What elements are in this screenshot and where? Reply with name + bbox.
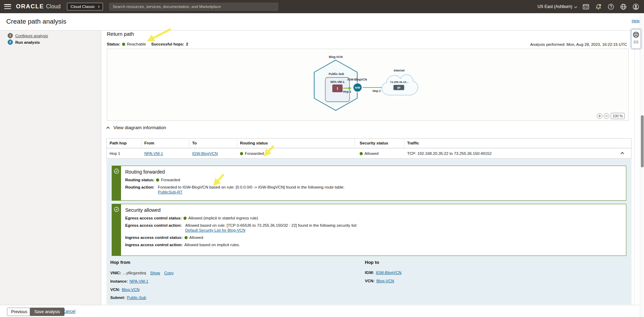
cell-security-status: Allowed [355,148,404,158]
vnic-line: VNIC:...y6lcgzsdzqShowCopy [110,271,178,275]
wizard-steps-sidebar: 1 Configure analysis 2 Run analysis [0,31,101,305]
routing-action-line: Routing action: Forwarded to IGW-BlogVCN… [125,185,622,194]
igw-link[interactable]: IGW-BlogVCN [376,270,402,275]
hop-to-vcn-line: VCN:Blog-VCN [365,279,398,283]
step-configure-analysis[interactable]: Configure analysis [15,34,48,38]
from-link[interactable]: NPA-VM-1 [144,151,163,156]
search-bar [109,3,278,11]
brand-oracle: ORACLE [16,3,44,10]
vertical-scrollbar-track[interactable] [640,13,644,317]
page-title: Create path analysis [6,18,66,25]
zoom-in-button[interactable] [597,113,602,119]
menu-icon[interactable] [4,4,11,9]
help-icon[interactable] [608,3,614,10]
section-title: Return path [107,31,134,37]
region-label: US East (Ashburn) [538,4,572,9]
egress-action-text: Allowed based on rule: [TCP 0-65535 to 7… [185,223,358,227]
create-path-analysis-page: ORACLE Cloud Cloud Classic US East (Ashb… [0,0,644,317]
content-right-border [634,31,635,305]
notifications-bell-icon[interactable] [595,3,602,10]
region-selector[interactable]: US East (Ashburn) [538,4,577,9]
col-security-status: Security status [355,139,404,148]
diagram-navigator-widget [631,29,641,49]
routing-card-status-bar [112,166,121,200]
zoom-out-button[interactable] [604,113,609,119]
route-table-link[interactable]: PublicSub-RT [158,190,182,194]
egress-action-line: Egress access control action: Allowed ba… [125,223,622,232]
cancel-link[interactable]: Cancel [62,309,75,314]
ingress-action-line: Ingress access control action:Allowed ba… [125,243,622,247]
col-path-hop: Path hop [107,139,141,148]
instance-link[interactable]: NPA-VM-1 [130,279,148,283]
topbar-right-cluster: US East (Ashburn) [538,3,644,10]
vcn-label: Blog-VCN [329,55,343,59]
hop-from-vcn-line: VCN:Blog-VCN [110,287,144,292]
topbar: ORACLE Cloud Cloud Classic US East (Ashb… [0,0,644,13]
chevron-down-icon [574,5,577,8]
page-header: Create path analysis Help [0,13,644,31]
chevron-up-icon [106,126,110,130]
view-diagram-information-toggle[interactable]: View diagram information [107,125,166,130]
brand-cloud: Cloud [46,3,61,10]
view-diagram-information-label: View diagram information [113,125,166,130]
vnic-show-link[interactable]: Show [150,271,160,275]
instance-line: Instance:NPA-VM-1 [110,279,153,283]
subnet-line: Subnet:Public-Sub [110,295,150,300]
check-circle-icon [114,168,119,174]
vnic-value: ...y6lcgzsdzq [123,271,146,275]
wizard-footer: Previous Save analysis Cancel [0,305,639,317]
routing-forwarded-dot [156,178,159,182]
hop2-label: Hop 2 [372,89,381,93]
developer-console-icon[interactable] [583,3,589,10]
status-label: Status: [107,42,120,46]
ingress-allowed-dot [184,236,188,239]
chevron-right-icon [97,5,100,8]
endpoint-ip-label: 73.255.36.15... [390,81,408,84]
language-globe-icon[interactable] [620,3,627,10]
help-link[interactable]: Help [632,19,639,23]
status-dot [122,43,125,46]
hop1-label: Hop 1 [343,90,351,93]
security-status-dot [360,152,363,155]
user-avatar-icon[interactable] [633,3,639,10]
security-card-title: Security allowed [125,207,622,213]
table-header-row: Path hop From To Routing status Security… [107,139,631,148]
instance-letter: I [337,86,338,91]
drag-handle-dots-icon[interactable] [633,40,639,44]
oracle-cloud-logo[interactable]: ORACLE Cloud [16,3,61,10]
cell-from: NPA-VM-1 [141,148,189,158]
hop-to-vcn-link[interactable]: Blog-VCN [376,279,394,283]
vertical-scrollbar-thumb[interactable] [641,115,644,167]
hops-value: 2 [186,42,188,46]
routing-forwarded-card: Routing forwarded Routing status:Forward… [112,166,626,201]
hop-from-vcn-link[interactable]: Blog-VCN [122,287,139,292]
check-circle-icon [114,207,119,212]
zoom-level-input[interactable]: 100 % [611,113,625,119]
to-link[interactable]: IGW-BlogVCN [192,151,218,156]
security-card-body: Security allowed Egress access control s… [121,204,626,256]
status-line: Status:ReachableSuccessful hops:2 [107,42,188,46]
status-value: Reachable [127,42,146,46]
cloud-classic-button[interactable]: Cloud Classic [67,3,103,10]
vnic-copy-link[interactable]: Copy [164,271,174,275]
security-allowed-card: Security allowed Egress access control s… [112,204,626,256]
routing-status-dot [240,152,243,155]
cell-routing-status: Forwarded [237,148,355,158]
subnet-label: Public-Sub [329,72,344,76]
previous-button[interactable]: Previous [7,308,32,316]
hop-to-title: Hop to [365,260,379,265]
cloud-classic-label: Cloud Classic [71,5,95,9]
ip-abbr: IP [397,86,401,90]
subnet-link[interactable]: Public-Sub [127,295,146,300]
cell-to: IGW-BlogVCN [189,148,237,158]
security-list-link[interactable]: Default Security List for Blog-VCN [185,228,245,232]
col-to: To [189,139,237,148]
search-input[interactable] [109,3,278,11]
step-1-circle: 1 [8,33,13,38]
hop-from-title: Hop from [110,260,130,265]
igw-line: IGW:IGW-BlogVCN [365,270,406,275]
save-analysis-button[interactable]: Save analysis [30,308,65,316]
lifebuoy-navigator-icon[interactable] [633,31,639,38]
step-run-analysis[interactable]: Run analysis [15,40,40,44]
col-routing-status: Routing status [237,139,355,148]
